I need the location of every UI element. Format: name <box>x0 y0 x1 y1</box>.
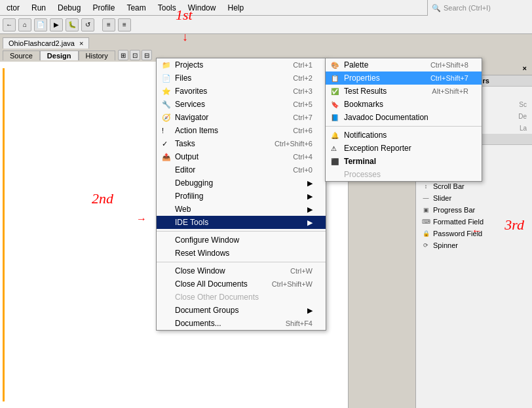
menu-item-debugging[interactable]: Debugging ▶ <box>157 176 326 190</box>
submenu-properties[interactable]: 📋 Properties Ctrl+Shift+7 <box>326 71 482 85</box>
debugging-label: Debugging <box>175 178 213 188</box>
submenu-notifications[interactable]: 🔔 Notifications <box>326 129 482 142</box>
tab-source[interactable]: Source <box>3 51 40 60</box>
output-label: Output <box>175 152 199 161</box>
submenu-terminal[interactable]: ⬛ Terminal <box>326 155 482 168</box>
design-toolbar-3[interactable]: ⊟ <box>142 50 152 60</box>
progress-bar-label: Progress Bar <box>433 206 475 214</box>
toolbar-run-btn[interactable]: ▶ <box>50 18 63 31</box>
menu-item-web[interactable]: Web ▶ <box>157 203 326 216</box>
menu-item-services[interactable]: 🔧 Services Ctrl+5 <box>157 98 326 111</box>
menu-profile[interactable]: Profile <box>90 3 117 13</box>
menu-item-close-all-docs[interactable]: Close All Documents Ctrl+Shift+W <box>157 277 326 291</box>
file-tab-close[interactable]: × <box>79 39 83 47</box>
tasks-shortcut: Ctrl+Shift+6 <box>261 140 313 148</box>
exception-reporter-label: Exception Reporter <box>344 144 411 153</box>
profiling-arrow-icon: ▶ <box>307 192 313 201</box>
tab-history[interactable]: History <box>79 51 115 60</box>
menu-help[interactable]: Help <box>225 3 246 13</box>
search-placeholder: Search (Ctrl+I) <box>444 4 491 12</box>
navigator-shortcut: Ctrl+7 <box>280 113 313 121</box>
menu-item-documents[interactable]: Documents... Shift+F4 <box>157 317 326 330</box>
split-pane-extra: Sc <box>519 101 527 108</box>
submenu-separator-1 <box>326 126 482 127</box>
action-items-icon: ! <box>162 127 175 134</box>
toolbar-home-btn[interactable]: ⌂ <box>18 18 31 31</box>
javadoc-label: Javadoc Documentation <box>344 113 428 122</box>
documents-label: Documents... <box>175 319 221 328</box>
password-field-icon: 🔒 <box>421 229 430 238</box>
palette-item-spinner[interactable]: ⟳ Spinner <box>416 239 532 251</box>
output-shortcut: Ctrl+4 <box>280 153 313 161</box>
configure-window-label: Configure Window <box>175 235 239 245</box>
menu-item-profiling[interactable]: Profiling ▶ <box>157 190 326 203</box>
menu-item-navigator[interactable]: 🧭 Navigator Ctrl+7 <box>157 111 326 124</box>
document-groups-label: Document Groups <box>175 306 238 315</box>
design-toolbar-1[interactable]: ⊞ <box>118 50 128 60</box>
palette-submenu-icon: 🎨 <box>331 62 344 69</box>
test-results-shortcut: Alt+Shift+R <box>419 87 468 95</box>
favorites-icon: ⭐ <box>162 87 175 96</box>
editor-shortcut: Ctrl+0 <box>280 166 313 174</box>
tool-bar-extra: De <box>518 113 527 120</box>
bookmarks-icon: 🔖 <box>331 101 344 108</box>
palette-item-progress-bar[interactable]: ▣ Progress Bar <box>416 204 532 216</box>
menu-item-close-other-docs: Close Other Documents <box>157 291 326 304</box>
close-all-docs-shortcut: Ctrl+Shift+W <box>259 280 313 288</box>
menu-team[interactable]: Team <box>124 3 148 13</box>
toolbar-refresh-btn[interactable]: ↺ <box>81 18 94 31</box>
menu-item-ide-tools[interactable]: IDE Tools ▶ <box>157 216 326 229</box>
favorites-label: Favorites <box>175 87 207 96</box>
submenu-palette[interactable]: 🎨 Palette Ctrl+Shift+8 <box>326 58 482 71</box>
menu-item-reset-windows[interactable]: Reset Windows <box>157 247 326 260</box>
projects-label: Projects <box>175 60 203 70</box>
menu-item-document-groups[interactable]: Document Groups ▶ <box>157 304 326 317</box>
tab-design[interactable]: Design <box>40 51 79 60</box>
test-results-icon: ✅ <box>331 88 344 95</box>
menu-actor[interactable]: ctor <box>4 3 22 13</box>
ide-window: ctor Run Debug Profile Team Tools Window… <box>0 0 532 408</box>
menu-item-configure-window[interactable]: Configure Window <box>157 234 326 247</box>
submenu-bookmarks[interactable]: 🔖 Bookmarks <box>326 98 482 111</box>
exception-reporter-icon: ⚠ <box>331 145 344 152</box>
notifications-icon: 🔔 <box>331 132 344 139</box>
menu-item-editor[interactable]: Editor Ctrl+0 <box>157 163 326 176</box>
toolbar-extra1[interactable]: ≡ <box>102 18 115 31</box>
arrow-right-2nd: → <box>136 213 147 225</box>
documents-shortcut: Shift+F4 <box>273 319 313 327</box>
menu-item-output[interactable]: 📤 Output Ctrl+4 <box>157 150 326 163</box>
design-toolbar-2[interactable]: ⊡ <box>130 50 140 60</box>
projects-icon: 📁 <box>162 61 175 70</box>
toolbar-file-btn[interactable]: 📄 <box>34 18 47 31</box>
search-bar[interactable]: 🔍 Search (Ctrl+I) <box>427 0 532 16</box>
palette-submenu-shortcut: Ctrl+Shift+8 <box>417 61 468 69</box>
editor-label: Editor <box>175 165 195 174</box>
toolbar-debug-btn[interactable]: 🐛 <box>66 18 79 31</box>
scroll-bar-icon: ↕ <box>421 182 430 191</box>
menu-item-favorites[interactable]: ⭐ Favorites Ctrl+3 <box>157 85 326 98</box>
bookmarks-label: Bookmarks <box>344 100 383 109</box>
menu-item-tasks[interactable]: ✓ Tasks Ctrl+Shift+6 <box>157 137 326 150</box>
palette-submenu-label: Palette <box>344 60 368 70</box>
palette-item-slider[interactable]: — Slider <box>416 192 532 204</box>
arrow-down-1st: ↓ <box>182 30 188 44</box>
spinner-label: Spinner <box>433 241 458 249</box>
menu-debug[interactable]: Debug <box>55 3 83 13</box>
menu-item-action-items[interactable]: ! Action Items Ctrl+6 <box>157 124 326 137</box>
menu-item-close-window[interactable]: Close Window Ctrl+W <box>157 264 326 277</box>
submenu-test-results[interactable]: ✅ Test Results Alt+Shift+R <box>326 85 482 98</box>
toolbar-extra2[interactable]: ≡ <box>118 18 131 31</box>
toolbar-back-btn[interactable]: ← <box>3 18 16 31</box>
properties-label: Properties <box>344 73 380 83</box>
menu-run[interactable]: Run <box>29 3 48 13</box>
file-tab-label: OhioFlashcard2.java <box>9 39 75 47</box>
menu-item-files[interactable]: 📄 Files Ctrl+2 <box>157 71 326 85</box>
palette-item-scroll-bar[interactable]: ↕ Scroll Bar <box>416 180 532 192</box>
formatted-field-icon: ⌨ <box>421 217 430 226</box>
menu-item-projects[interactable]: 📁 Projects Ctrl+1 <box>157 58 326 71</box>
file-tab[interactable]: OhioFlashcard2.java × <box>3 37 89 49</box>
submenu-exception-reporter[interactable]: ⚠ Exception Reporter <box>326 142 482 155</box>
submenu-javadoc[interactable]: 📘 Javadoc Documentation <box>326 111 482 124</box>
close-window-shortcut: Ctrl+W <box>277 267 313 275</box>
palette-close-icon[interactable]: × <box>523 64 527 72</box>
